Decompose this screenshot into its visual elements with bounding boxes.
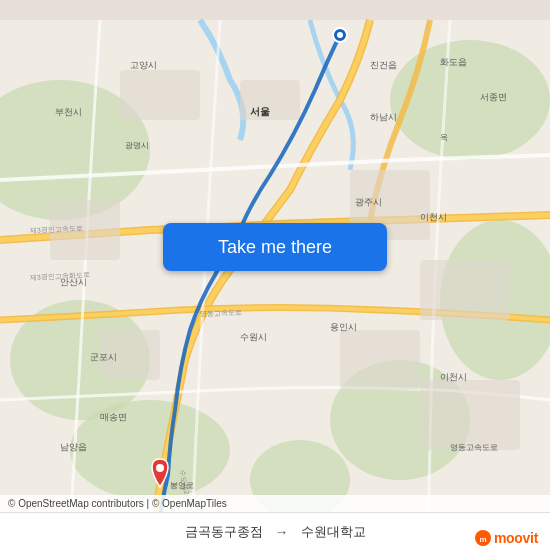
svg-text:m: m — [479, 535, 486, 544]
svg-text:봉영로: 봉영로 — [170, 481, 194, 490]
svg-text:광명시: 광명시 — [125, 141, 149, 150]
svg-text:부천시: 부천시 — [55, 107, 82, 117]
svg-text:광주시: 광주시 — [355, 197, 382, 207]
svg-text:서울: 서울 — [250, 106, 270, 117]
take-me-there-button[interactable]: Take me there — [163, 223, 387, 271]
svg-point-2 — [390, 40, 550, 160]
moovit-logo: m moovit — [475, 530, 538, 546]
svg-point-41 — [156, 464, 164, 472]
svg-text:하남시: 하남시 — [370, 112, 397, 122]
svg-text:서종면: 서종면 — [480, 92, 507, 102]
svg-text:옥: 옥 — [440, 133, 448, 142]
bottom-bar: 금곡동구종점 → 수원대학교 m moovit — [0, 512, 550, 550]
map-background: 고양시 부천시 광명시 서울 진건읍 화도읍 서종면 하남시 옥 광주시 이천시… — [0, 0, 550, 550]
svg-rect-14 — [340, 330, 420, 390]
svg-text:군포시: 군포시 — [90, 352, 117, 362]
svg-text:매송면: 매송면 — [100, 412, 127, 422]
moovit-brand-text: moovit — [494, 530, 538, 546]
to-location-label: 수원대학교 — [301, 523, 366, 541]
svg-text:수원시: 수원시 — [240, 332, 267, 342]
attribution-text: © OpenStreetMap contributors | © OpenMap… — [8, 498, 227, 509]
moovit-logo-icon: m — [475, 530, 491, 546]
svg-text:용인시: 용인시 — [330, 322, 357, 332]
map-container: 고양시 부천시 광명시 서울 진건읍 화도읍 서종면 하남시 옥 광주시 이천시… — [0, 0, 550, 550]
svg-text:영동고속도로: 영동고속도로 — [450, 443, 498, 452]
svg-text:화도읍: 화도읍 — [440, 57, 467, 67]
svg-rect-15 — [420, 380, 520, 450]
from-location-label: 금곡동구종점 — [185, 523, 263, 541]
svg-point-5 — [70, 400, 230, 500]
svg-text:진건읍: 진건읍 — [370, 60, 397, 70]
attribution-bar: © OpenStreetMap contributors | © OpenMap… — [0, 495, 550, 512]
svg-rect-8 — [120, 70, 200, 120]
svg-rect-12 — [420, 260, 510, 320]
route-arrow-icon: → — [275, 524, 289, 540]
svg-text:남양읍: 남양읍 — [60, 442, 87, 452]
svg-rect-9 — [240, 80, 300, 120]
svg-text:이천시: 이천시 — [420, 212, 447, 222]
svg-point-40 — [337, 32, 343, 38]
svg-text:이천시: 이천시 — [440, 372, 467, 382]
svg-text:고양시: 고양시 — [130, 60, 157, 70]
